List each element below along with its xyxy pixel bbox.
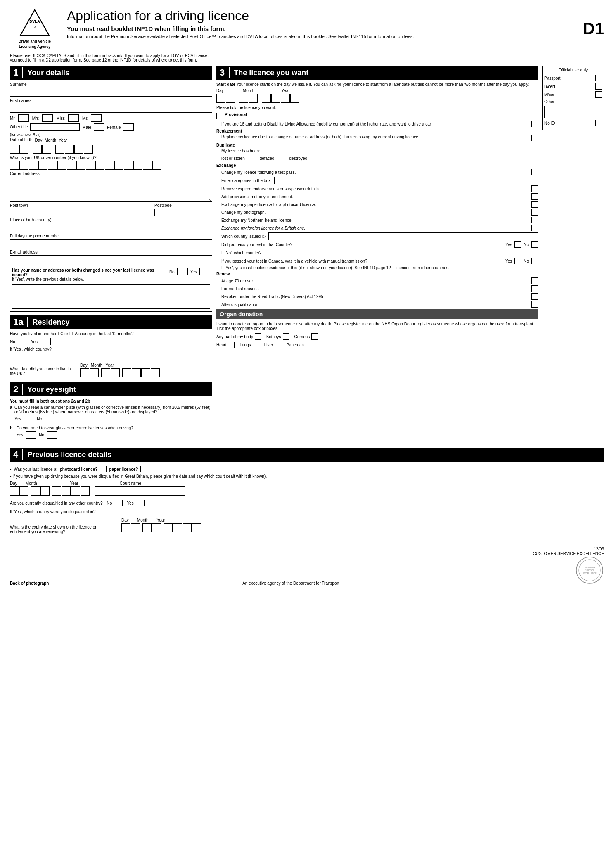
ms-checkbox[interactable] [91,114,102,122]
s4-m1[interactable] [31,486,40,496]
changed-yes-checkbox[interactable] [199,268,210,275]
eyesight-a-no-checkbox[interactable] [45,415,55,422]
drv-2[interactable] [19,161,28,170]
current-address-input[interactable] [10,177,212,202]
medical-checkbox[interactable] [531,285,538,292]
drv-5[interactable] [48,161,57,170]
s4-y1[interactable] [52,486,61,496]
exp-y2[interactable] [173,523,182,532]
any-part-checkbox[interactable] [255,333,261,340]
previous-details-input[interactable] [12,284,210,309]
dob-year-1[interactable] [55,145,64,154]
liver-checkbox[interactable] [275,342,281,348]
ec-d1[interactable] [80,368,89,377]
dob-month-1[interactable] [33,145,42,154]
exp-d1[interactable] [121,523,130,532]
revoked-checkbox[interactable] [531,293,538,300]
sd-y2[interactable] [271,94,280,103]
phone-input[interactable] [10,239,212,248]
firstname-input[interactable] [10,104,212,113]
drv-9[interactable] [86,161,95,170]
male-checkbox[interactable] [94,123,104,131]
sd-d2[interactable] [226,94,235,103]
drv-6[interactable] [57,161,66,170]
exp-y1[interactable] [164,523,173,532]
dob-day-2[interactable] [19,145,28,154]
at-age-checkbox[interactable] [531,277,538,284]
ec-country-input[interactable] [10,353,212,360]
s4-y4[interactable] [81,486,90,496]
dob-year-2[interactable] [65,145,74,154]
provisional-checkbox[interactable] [216,113,223,119]
drv-13[interactable] [124,161,133,170]
bcert-checkbox[interactable] [595,83,602,90]
s4-d1[interactable] [10,486,19,496]
place-of-birth-input[interactable] [10,223,212,232]
drv-15[interactable] [143,161,152,170]
drv-1[interactable] [10,161,19,170]
s4-y2[interactable] [62,486,71,496]
sd-d1[interactable] [216,94,225,103]
sd-y1[interactable] [262,94,271,103]
dob-day-1[interactable] [10,145,19,154]
defaced-checkbox[interactable] [276,155,282,161]
drv-7[interactable] [67,161,76,170]
canada-yes-checkbox[interactable] [514,258,521,264]
canada-no-checkbox[interactable] [531,258,538,264]
drv-8[interactable] [76,161,85,170]
sd-y4[interactable] [290,94,299,103]
s4-m2[interactable] [40,486,50,496]
ec-m1[interactable] [101,368,110,377]
corneas-checkbox[interactable] [311,333,318,340]
sd-m2[interactable] [249,94,258,103]
drv-10[interactable] [95,161,104,170]
mrs-checkbox[interactable] [42,114,53,122]
passport-checkbox[interactable] [595,75,602,81]
eyesight-a-yes-checkbox[interactable] [24,415,34,422]
changed-no-checkbox[interactable] [177,268,188,275]
dob-year-4[interactable] [84,145,93,154]
ec-y4[interactable] [151,368,160,377]
no-id-checkbox[interactable] [595,120,602,126]
kidneys-checkbox[interactable] [283,333,289,340]
provisional-dla-checkbox[interactable] [531,121,538,127]
exchange-foreign-checkbox[interactable] [531,225,538,231]
email-input[interactable] [10,255,212,264]
heart-checkbox[interactable] [228,342,235,348]
sd-m1[interactable] [239,94,248,103]
ec-m2[interactable] [111,368,120,377]
change-test-pass-checkbox[interactable] [531,169,538,175]
mcert-checkbox[interactable] [595,91,602,98]
other-title-input[interactable] [30,123,80,131]
exp-y3[interactable] [183,523,192,532]
after-disq-checkbox[interactable] [531,301,538,308]
ec-no-checkbox[interactable] [18,338,28,345]
drv-11[interactable] [105,161,114,170]
ec-yes-checkbox[interactable] [40,338,51,345]
dob-year-3[interactable] [74,145,83,154]
sd-y3[interactable] [281,94,290,103]
exp-m1[interactable] [142,523,152,532]
drv-12[interactable] [114,161,123,170]
pass-yes-checkbox[interactable] [514,241,521,248]
s4-d2[interactable] [19,486,28,496]
paper-licence-checkbox[interactable] [140,466,147,472]
lost-checkbox[interactable] [247,155,253,161]
court-name-input[interactable] [95,486,185,496]
exp-d2[interactable] [131,523,140,532]
female-checkbox[interactable] [123,123,134,131]
drv-3[interactable] [29,161,38,170]
eyesight-b-yes-checkbox[interactable] [26,431,36,439]
surname-input[interactable] [10,88,212,97]
ec-y1[interactable] [122,368,131,377]
mr-checkbox[interactable] [18,114,29,122]
disq-yes-checkbox[interactable] [138,500,145,506]
s4-y3[interactable] [71,486,80,496]
postcode-input[interactable] [154,209,212,216]
drv-4[interactable] [38,161,47,170]
photocard-checkbox[interactable] [100,466,107,472]
eyesight-b-no-checkbox[interactable] [47,431,57,439]
disq-country-input[interactable] [98,508,604,515]
exchange-paper-checkbox[interactable] [531,201,538,208]
add-motorcycle-checkbox[interactable] [531,193,538,200]
